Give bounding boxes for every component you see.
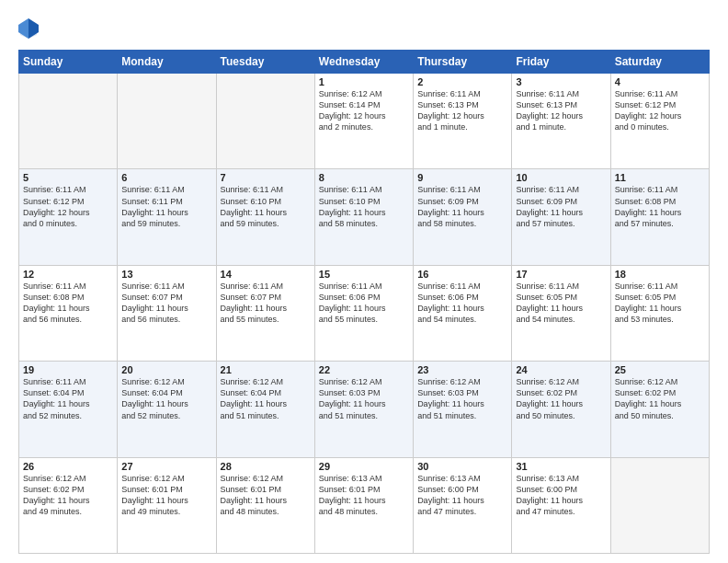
day-info: Sunrise: 6:11 AM Sunset: 6:05 PM Dayligh… [516,281,606,326]
calendar-day-cell: 19Sunrise: 6:11 AM Sunset: 6:04 PM Dayli… [19,362,118,457]
day-info: Sunrise: 6:11 AM Sunset: 6:04 PM Dayligh… [23,376,113,421]
day-number: 7 [221,172,311,183]
weekday-header: Thursday [414,51,512,74]
day-number: 5 [23,172,113,183]
calendar-day-cell: 9Sunrise: 6:11 AM Sunset: 6:09 PM Daylig… [414,169,512,265]
calendar-day-cell: 23Sunrise: 6:12 AM Sunset: 6:03 PM Dayli… [414,362,512,457]
day-info: Sunrise: 6:13 AM Sunset: 6:00 PM Dayligh… [417,473,507,518]
calendar-week-row: 19Sunrise: 6:11 AM Sunset: 6:04 PM Dayli… [19,362,710,457]
day-number: 12 [23,269,113,280]
weekday-header: Wednesday [314,51,413,74]
day-number: 19 [23,364,113,375]
day-info: Sunrise: 6:12 AM Sunset: 6:01 PM Dayligh… [121,473,211,518]
calendar-week-row: 5Sunrise: 6:11 AM Sunset: 6:12 PM Daylig… [19,169,710,265]
day-number: 13 [121,269,211,280]
day-number: 27 [121,461,211,472]
day-info: Sunrise: 6:12 AM Sunset: 6:02 PM Dayligh… [615,376,705,421]
logo-icon [18,17,39,40]
calendar-day-cell: 26Sunrise: 6:12 AM Sunset: 6:02 PM Dayli… [19,457,118,553]
day-info: Sunrise: 6:12 AM Sunset: 6:02 PM Dayligh… [23,473,113,518]
day-number: 2 [417,76,507,87]
day-number: 22 [319,364,409,375]
page: SundayMondayTuesdayWednesdayThursdayFrid… [0,0,728,563]
calendar-day-cell: 20Sunrise: 6:12 AM Sunset: 6:04 PM Dayli… [118,362,216,457]
calendar-day-cell [19,74,118,169]
calendar-day-cell: 12Sunrise: 6:11 AM Sunset: 6:08 PM Dayli… [19,265,118,361]
calendar-day-cell: 8Sunrise: 6:11 AM Sunset: 6:10 PM Daylig… [314,169,413,265]
calendar-day-cell: 3Sunrise: 6:11 AM Sunset: 6:13 PM Daylig… [512,74,610,169]
weekday-header: Saturday [610,51,709,74]
day-number: 3 [516,76,606,87]
calendar-body: 1Sunrise: 6:12 AM Sunset: 6:14 PM Daylig… [19,74,710,554]
calendar-day-cell: 27Sunrise: 6:12 AM Sunset: 6:01 PM Dayli… [118,457,216,553]
calendar-day-cell [118,74,216,169]
day-number: 24 [516,364,606,375]
day-info: Sunrise: 6:13 AM Sunset: 6:01 PM Dayligh… [319,473,409,518]
day-info: Sunrise: 6:12 AM Sunset: 6:04 PM Dayligh… [221,376,311,421]
day-info: Sunrise: 6:11 AM Sunset: 6:06 PM Dayligh… [319,281,409,326]
calendar-day-cell: 25Sunrise: 6:12 AM Sunset: 6:02 PM Dayli… [610,362,709,457]
day-info: Sunrise: 6:11 AM Sunset: 6:12 PM Dayligh… [615,88,705,133]
day-number: 30 [417,461,507,472]
calendar-day-cell: 30Sunrise: 6:13 AM Sunset: 6:00 PM Dayli… [414,457,512,553]
calendar-day-cell: 16Sunrise: 6:11 AM Sunset: 6:06 PM Dayli… [414,265,512,361]
calendar-day-cell: 5Sunrise: 6:11 AM Sunset: 6:12 PM Daylig… [19,169,118,265]
day-info: Sunrise: 6:11 AM Sunset: 6:11 PM Dayligh… [121,184,211,229]
day-info: Sunrise: 6:11 AM Sunset: 6:10 PM Dayligh… [319,184,409,229]
weekday-header: Tuesday [216,51,314,74]
calendar-week-row: 1Sunrise: 6:12 AM Sunset: 6:14 PM Daylig… [19,74,710,169]
day-info: Sunrise: 6:11 AM Sunset: 6:12 PM Dayligh… [23,184,113,229]
day-number: 26 [23,461,113,472]
day-number: 23 [417,364,507,375]
day-number: 15 [319,269,409,280]
day-info: Sunrise: 6:11 AM Sunset: 6:13 PM Dayligh… [516,88,606,133]
weekday-header: Sunday [19,51,118,74]
day-info: Sunrise: 6:12 AM Sunset: 6:14 PM Dayligh… [319,88,409,133]
calendar-header-row: SundayMondayTuesdayWednesdayThursdayFrid… [19,51,710,74]
day-info: Sunrise: 6:11 AM Sunset: 6:09 PM Dayligh… [516,184,606,229]
calendar-day-cell: 6Sunrise: 6:11 AM Sunset: 6:11 PM Daylig… [118,169,216,265]
calendar-day-cell: 10Sunrise: 6:11 AM Sunset: 6:09 PM Dayli… [512,169,610,265]
calendar-week-row: 12Sunrise: 6:11 AM Sunset: 6:08 PM Dayli… [19,265,710,361]
day-info: Sunrise: 6:11 AM Sunset: 6:07 PM Dayligh… [121,281,211,326]
day-info: Sunrise: 6:11 AM Sunset: 6:08 PM Dayligh… [23,281,113,326]
day-info: Sunrise: 6:11 AM Sunset: 6:07 PM Dayligh… [221,281,311,326]
day-number: 17 [516,269,606,280]
calendar-day-cell: 24Sunrise: 6:12 AM Sunset: 6:02 PM Dayli… [512,362,610,457]
day-info: Sunrise: 6:11 AM Sunset: 6:05 PM Dayligh… [615,281,705,326]
calendar-day-cell [610,457,709,553]
day-info: Sunrise: 6:12 AM Sunset: 6:02 PM Dayligh… [516,376,606,421]
day-number: 29 [319,461,409,472]
day-info: Sunrise: 6:11 AM Sunset: 6:06 PM Dayligh… [417,281,507,326]
day-number: 16 [417,269,507,280]
calendar-day-cell: 22Sunrise: 6:12 AM Sunset: 6:03 PM Dayli… [314,362,413,457]
calendar-day-cell: 31Sunrise: 6:13 AM Sunset: 6:00 PM Dayli… [512,457,610,553]
day-info: Sunrise: 6:11 AM Sunset: 6:08 PM Dayligh… [615,184,705,229]
day-number: 1 [319,76,409,87]
calendar-day-cell: 21Sunrise: 6:12 AM Sunset: 6:04 PM Dayli… [216,362,314,457]
calendar-table: SundayMondayTuesdayWednesdayThursdayFrid… [18,50,710,554]
day-number: 10 [516,172,606,183]
day-info: Sunrise: 6:12 AM Sunset: 6:03 PM Dayligh… [417,376,507,421]
day-info: Sunrise: 6:13 AM Sunset: 6:00 PM Dayligh… [516,473,606,518]
calendar-week-row: 26Sunrise: 6:12 AM Sunset: 6:02 PM Dayli… [19,457,710,553]
calendar-day-cell: 13Sunrise: 6:11 AM Sunset: 6:07 PM Dayli… [118,265,216,361]
day-number: 4 [615,76,705,87]
day-number: 6 [121,172,211,183]
weekday-header: Monday [118,51,216,74]
calendar-day-cell: 28Sunrise: 6:12 AM Sunset: 6:01 PM Dayli… [216,457,314,553]
calendar-day-cell: 14Sunrise: 6:11 AM Sunset: 6:07 PM Dayli… [216,265,314,361]
day-number: 8 [319,172,409,183]
weekday-header: Friday [512,51,610,74]
calendar-day-cell: 15Sunrise: 6:11 AM Sunset: 6:06 PM Dayli… [314,265,413,361]
calendar-day-cell [216,74,314,169]
calendar-day-cell: 4Sunrise: 6:11 AM Sunset: 6:12 PM Daylig… [610,74,709,169]
header [18,17,710,40]
calendar-day-cell: 29Sunrise: 6:13 AM Sunset: 6:01 PM Dayli… [314,457,413,553]
day-info: Sunrise: 6:11 AM Sunset: 6:10 PM Dayligh… [221,184,311,229]
day-number: 21 [221,364,311,375]
day-number: 14 [221,269,311,280]
day-number: 31 [516,461,606,472]
calendar-day-cell: 17Sunrise: 6:11 AM Sunset: 6:05 PM Dayli… [512,265,610,361]
logo [18,17,42,40]
